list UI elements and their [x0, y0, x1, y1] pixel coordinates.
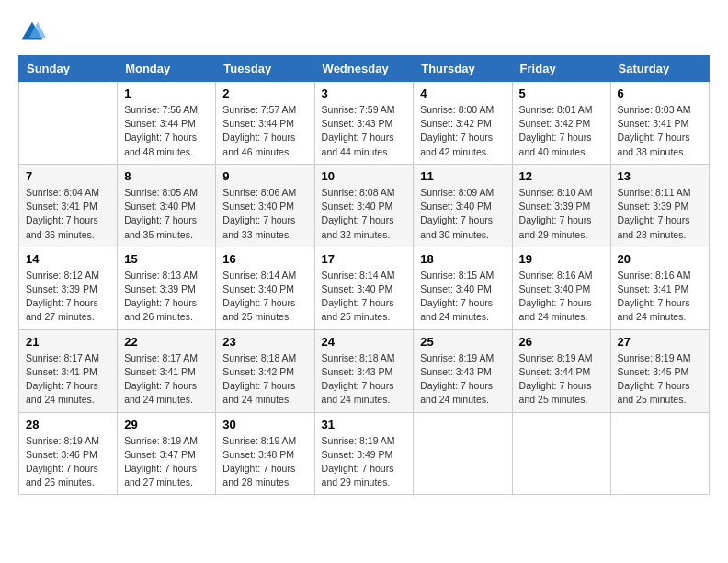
day-number: 2	[222, 86, 307, 100]
day-number: 28	[26, 418, 110, 431]
calendar-cell	[610, 412, 709, 495]
col-header-thursday: Thursday	[414, 56, 512, 82]
day-info: Sunrise: 8:18 AM Sunset: 3:43 PM Dayligh…	[322, 351, 407, 408]
day-info: Sunrise: 8:19 AM Sunset: 3:44 PM Dayligh…	[519, 351, 604, 408]
day-info: Sunrise: 8:10 AM Sunset: 3:39 PM Dayligh…	[519, 186, 604, 242]
day-number: 10	[322, 169, 407, 183]
day-number: 1	[124, 86, 209, 100]
calendar-cell	[19, 82, 118, 165]
calendar-cell: 21Sunrise: 8:17 AM Sunset: 3:41 PM Dayli…	[19, 329, 118, 412]
day-info: Sunrise: 8:15 AM Sunset: 3:40 PM Dayligh…	[420, 269, 505, 325]
col-header-monday: Monday	[118, 56, 216, 82]
day-info: Sunrise: 8:06 AM Sunset: 3:40 PM Dayligh…	[222, 186, 307, 242]
day-info: Sunrise: 7:59 AM Sunset: 3:43 PM Dayligh…	[322, 103, 407, 159]
day-info: Sunrise: 8:19 AM Sunset: 3:49 PM Dayligh…	[322, 434, 407, 490]
calendar-cell: 15Sunrise: 8:13 AM Sunset: 3:39 PM Dayli…	[118, 247, 216, 329]
day-info: Sunrise: 8:19 AM Sunset: 3:45 PM Dayligh…	[618, 351, 702, 408]
day-info: Sunrise: 7:57 AM Sunset: 3:44 PM Dayligh…	[222, 103, 307, 159]
day-info: Sunrise: 8:13 AM Sunset: 3:39 PM Dayligh…	[124, 269, 209, 325]
calendar-cell: 22Sunrise: 8:17 AM Sunset: 3:41 PM Dayli…	[118, 329, 216, 412]
day-info: Sunrise: 8:16 AM Sunset: 3:41 PM Dayligh…	[618, 269, 702, 325]
calendar-cell: 5Sunrise: 8:01 AM Sunset: 3:42 PM Daylig…	[512, 82, 610, 165]
calendar-cell: 16Sunrise: 8:14 AM Sunset: 3:40 PM Dayli…	[216, 247, 314, 329]
day-info: Sunrise: 8:03 AM Sunset: 3:41 PM Dayligh…	[618, 103, 702, 159]
day-number: 16	[222, 252, 307, 266]
calendar-week-row: 28Sunrise: 8:19 AM Sunset: 3:46 PM Dayli…	[19, 412, 710, 495]
calendar-cell: 13Sunrise: 8:11 AM Sunset: 3:39 PM Dayli…	[610, 164, 709, 247]
calendar-week-row: 14Sunrise: 8:12 AM Sunset: 3:39 PM Dayli…	[19, 247, 710, 329]
calendar-cell: 3Sunrise: 7:59 AM Sunset: 3:43 PM Daylig…	[314, 82, 414, 165]
day-number: 14	[26, 252, 110, 266]
day-info: Sunrise: 8:08 AM Sunset: 3:40 PM Dayligh…	[322, 186, 407, 242]
calendar-header-row: SundayMondayTuesdayWednesdayThursdayFrid…	[19, 56, 710, 82]
logo	[18, 18, 50, 46]
col-header-sunday: Sunday	[19, 56, 118, 82]
day-info: Sunrise: 8:12 AM Sunset: 3:39 PM Dayligh…	[26, 269, 110, 325]
calendar-cell: 30Sunrise: 8:19 AM Sunset: 3:48 PM Dayli…	[216, 412, 314, 495]
day-info: Sunrise: 8:09 AM Sunset: 3:40 PM Dayligh…	[420, 186, 505, 242]
day-number: 3	[322, 86, 407, 100]
day-number: 30	[222, 418, 307, 431]
calendar-cell: 29Sunrise: 8:19 AM Sunset: 3:47 PM Dayli…	[118, 412, 216, 495]
day-number: 25	[420, 335, 505, 349]
day-info: Sunrise: 7:56 AM Sunset: 3:44 PM Dayligh…	[124, 103, 209, 159]
day-info: Sunrise: 8:05 AM Sunset: 3:40 PM Dayligh…	[124, 186, 209, 242]
calendar-cell: 7Sunrise: 8:04 AM Sunset: 3:41 PM Daylig…	[19, 164, 118, 247]
col-header-friday: Friday	[512, 56, 610, 82]
day-info: Sunrise: 8:16 AM Sunset: 3:40 PM Dayligh…	[519, 269, 604, 325]
logo-icon	[18, 18, 46, 46]
calendar-cell: 24Sunrise: 8:18 AM Sunset: 3:43 PM Dayli…	[314, 329, 414, 412]
day-number: 19	[519, 252, 604, 266]
calendar-cell: 11Sunrise: 8:09 AM Sunset: 3:40 PM Dayli…	[414, 164, 512, 247]
day-number: 22	[124, 335, 209, 349]
day-number: 6	[618, 86, 702, 100]
day-number: 12	[519, 169, 604, 183]
day-number: 20	[618, 252, 702, 266]
day-info: Sunrise: 8:19 AM Sunset: 3:43 PM Dayligh…	[420, 351, 505, 408]
calendar-cell: 1Sunrise: 7:56 AM Sunset: 3:44 PM Daylig…	[118, 82, 216, 165]
day-info: Sunrise: 8:11 AM Sunset: 3:39 PM Dayligh…	[618, 186, 702, 242]
day-info: Sunrise: 8:00 AM Sunset: 3:42 PM Dayligh…	[420, 103, 505, 159]
day-info: Sunrise: 8:19 AM Sunset: 3:47 PM Dayligh…	[124, 434, 209, 490]
day-number: 5	[519, 86, 604, 100]
calendar-table: SundayMondayTuesdayWednesdayThursdayFrid…	[18, 55, 710, 495]
day-info: Sunrise: 8:17 AM Sunset: 3:41 PM Dayligh…	[124, 351, 209, 408]
day-number: 29	[124, 418, 209, 431]
col-header-wednesday: Wednesday	[314, 56, 414, 82]
day-number: 26	[519, 335, 604, 349]
day-number: 24	[322, 335, 407, 349]
calendar-cell: 28Sunrise: 8:19 AM Sunset: 3:46 PM Dayli…	[19, 412, 118, 495]
day-number: 23	[222, 335, 307, 349]
day-info: Sunrise: 8:14 AM Sunset: 3:40 PM Dayligh…	[222, 269, 307, 325]
day-number: 18	[420, 252, 505, 266]
col-header-saturday: Saturday	[610, 56, 709, 82]
calendar-cell: 27Sunrise: 8:19 AM Sunset: 3:45 PM Dayli…	[610, 329, 709, 412]
day-number: 8	[124, 169, 209, 183]
calendar-cell: 23Sunrise: 8:18 AM Sunset: 3:42 PM Dayli…	[216, 329, 314, 412]
day-number: 9	[222, 169, 307, 183]
calendar-week-row: 21Sunrise: 8:17 AM Sunset: 3:41 PM Dayli…	[19, 329, 710, 412]
calendar-cell: 31Sunrise: 8:19 AM Sunset: 3:49 PM Dayli…	[314, 412, 414, 495]
calendar-cell: 18Sunrise: 8:15 AM Sunset: 3:40 PM Dayli…	[414, 247, 512, 329]
calendar-cell: 26Sunrise: 8:19 AM Sunset: 3:44 PM Dayli…	[512, 329, 610, 412]
day-info: Sunrise: 8:19 AM Sunset: 3:46 PM Dayligh…	[26, 434, 110, 490]
page-header	[18, 18, 710, 46]
day-info: Sunrise: 8:14 AM Sunset: 3:40 PM Dayligh…	[322, 269, 407, 325]
day-number: 17	[322, 252, 407, 266]
calendar-cell	[414, 412, 512, 495]
calendar-cell: 12Sunrise: 8:10 AM Sunset: 3:39 PM Dayli…	[512, 164, 610, 247]
calendar-cell: 14Sunrise: 8:12 AM Sunset: 3:39 PM Dayli…	[19, 247, 118, 329]
calendar-week-row: 1Sunrise: 7:56 AM Sunset: 3:44 PM Daylig…	[19, 82, 710, 165]
day-number: 13	[618, 169, 702, 183]
day-info: Sunrise: 8:01 AM Sunset: 3:42 PM Dayligh…	[519, 103, 604, 159]
calendar-cell: 25Sunrise: 8:19 AM Sunset: 3:43 PM Dayli…	[414, 329, 512, 412]
day-number: 4	[420, 86, 505, 100]
calendar-cell: 2Sunrise: 7:57 AM Sunset: 3:44 PM Daylig…	[216, 82, 314, 165]
day-number: 11	[420, 169, 505, 183]
calendar-cell: 8Sunrise: 8:05 AM Sunset: 3:40 PM Daylig…	[118, 164, 216, 247]
day-info: Sunrise: 8:04 AM Sunset: 3:41 PM Dayligh…	[26, 186, 110, 242]
day-info: Sunrise: 8:19 AM Sunset: 3:48 PM Dayligh…	[222, 434, 307, 490]
calendar-cell: 9Sunrise: 8:06 AM Sunset: 3:40 PM Daylig…	[216, 164, 314, 247]
day-info: Sunrise: 8:18 AM Sunset: 3:42 PM Dayligh…	[222, 351, 307, 408]
calendar-cell: 10Sunrise: 8:08 AM Sunset: 3:40 PM Dayli…	[314, 164, 414, 247]
